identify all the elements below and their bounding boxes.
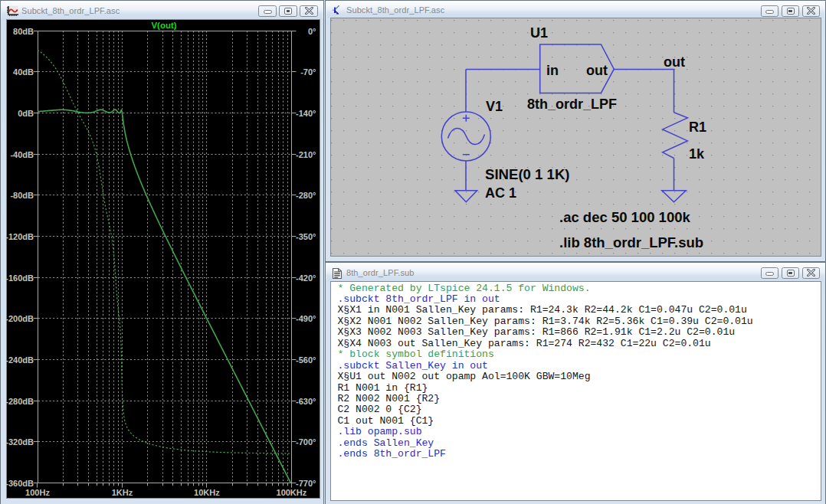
svg-text:-40dB: -40dB: [10, 150, 34, 159]
svg-text:-560°: -560°: [296, 355, 316, 365]
svg-text:out: out: [664, 54, 685, 70]
svg-text:-320dB: -320dB: [5, 437, 34, 447]
svg-text:-120dB: -120dB: [5, 232, 34, 241]
svg-text:U1: U1: [530, 25, 548, 41]
svg-text:-160dB: -160dB: [5, 273, 34, 283]
svg-text:.ac dec 50 100 100k: .ac dec 50 100 100k: [559, 209, 690, 225]
svg-text:-700°: -700°: [296, 437, 316, 447]
svg-text:-420°: -420°: [296, 273, 316, 283]
svg-text:-630°: -630°: [296, 397, 316, 406]
svg-text:-490°: -490°: [296, 314, 316, 323]
svg-text:0dB: 0dB: [18, 109, 34, 118]
svg-text:100Hz: 100Hz: [25, 488, 50, 497]
svg-text:8th_ordr_LPF: 8th_ordr_LPF: [527, 97, 617, 112]
svg-text:V1: V1: [486, 99, 503, 114]
svg-text:V(out): V(out): [151, 21, 176, 30]
svg-text:10KHz: 10KHz: [194, 488, 220, 497]
svg-text:-240dB: -240dB: [5, 355, 34, 365]
svg-text:0°: 0°: [308, 27, 316, 36]
svg-text:-280dB: -280dB: [5, 397, 34, 406]
svg-text:80dB: 80dB: [13, 27, 34, 36]
svg-text:-140°: -140°: [296, 109, 316, 118]
svg-text:SINE(0 1 1K): SINE(0 1 1K): [485, 166, 570, 182]
svg-text:-280°: -280°: [296, 191, 316, 200]
svg-text:-80dB: -80dB: [10, 191, 34, 200]
svg-text:100KHz: 100KHz: [277, 488, 307, 497]
svg-text:40dB: 40dB: [13, 67, 34, 77]
svg-text:R1: R1: [689, 119, 706, 135]
svg-text:1k: 1k: [689, 146, 705, 162]
svg-text:1KHz: 1KHz: [112, 488, 133, 497]
svg-text:-210°: -210°: [296, 150, 316, 159]
svg-text:-360dB: -360dB: [5, 479, 34, 488]
svg-text:-70°: -70°: [300, 67, 316, 77]
svg-text:-200dB: -200dB: [5, 314, 34, 323]
svg-text:AC 1: AC 1: [485, 185, 516, 201]
svg-text:.lib 8th_ordr_LPF.sub: .lib 8th_ordr_LPF.sub: [559, 234, 703, 250]
svg-text:-770°: -770°: [296, 479, 316, 488]
svg-text:out: out: [586, 63, 608, 78]
svg-text:-350°: -350°: [296, 232, 316, 241]
svg-text:in: in: [546, 63, 559, 78]
